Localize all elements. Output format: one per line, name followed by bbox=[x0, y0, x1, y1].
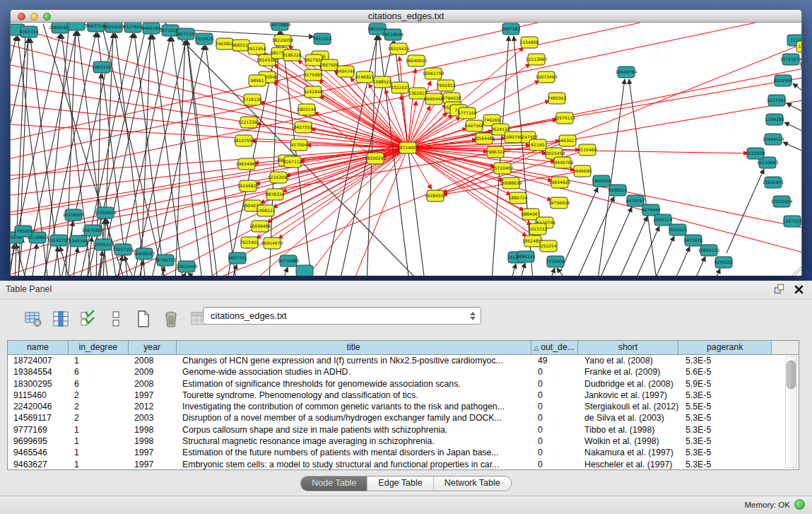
cell[interactable]: Embryonic stem cells: a model to study s… bbox=[177, 459, 532, 470]
select-columns-icon[interactable] bbox=[52, 310, 70, 328]
cell[interactable]: 0 bbox=[532, 366, 579, 378]
table-row[interactable]: 1872400712008Changes of HCN gene express… bbox=[8, 355, 799, 366]
column-header-title[interactable]: title bbox=[177, 341, 531, 354]
cell[interactable]: Investigating the contribution of common… bbox=[177, 401, 532, 412]
cell[interactable]: 0 bbox=[532, 390, 579, 401]
cell[interactable]: 1 bbox=[69, 436, 129, 447]
cell[interactable]: 2008 bbox=[129, 355, 177, 366]
cell[interactable]: Tibbo et al. (1998) bbox=[579, 424, 680, 436]
cell[interactable]: 2003 bbox=[129, 412, 177, 424]
cell[interactable]: Hescheler et al. (1997) bbox=[579, 459, 680, 470]
cell[interactable]: 5.6E-5 bbox=[680, 366, 773, 378]
cell[interactable]: 6 bbox=[69, 378, 129, 390]
cell[interactable]: Franke et al. (2009) bbox=[579, 366, 680, 378]
cell[interactable]: 1998 bbox=[129, 436, 177, 447]
table-row[interactable]: 946554611997Estimation of the future num… bbox=[8, 447, 799, 458]
cell[interactable]: 2008 bbox=[129, 378, 177, 390]
cell[interactable]: 0 bbox=[532, 378, 579, 390]
column-header-name[interactable]: name bbox=[8, 341, 69, 354]
cell[interactable]: 0 bbox=[532, 447, 579, 458]
scrollbar-thumb[interactable] bbox=[787, 361, 796, 389]
graph-node[interactable] bbox=[68, 23, 85, 30]
cell[interactable]: de Silva et al. (2003) bbox=[579, 412, 680, 424]
cell[interactable]: 1997 bbox=[129, 459, 177, 470]
table-row[interactable]: 977716911998Corpus callosum shape and si… bbox=[8, 424, 799, 436]
cell[interactable]: Corpus callosum shape and size in male p… bbox=[177, 424, 532, 436]
cell[interactable]: 2 bbox=[69, 412, 129, 424]
cell[interactable]: 9777169 bbox=[8, 424, 69, 436]
tab-network-table[interactable]: Network Table bbox=[434, 477, 511, 491]
float-window-icon[interactable] bbox=[774, 284, 784, 297]
table-row[interactable]: 1938455462009Genome-wide association stu… bbox=[8, 366, 799, 378]
cell[interactable]: 18724007 bbox=[8, 355, 69, 366]
cell[interactable]: 1 bbox=[69, 355, 129, 366]
cell[interactable]: 49 bbox=[532, 355, 579, 366]
table-row[interactable]: 969969511998Structural magnetic resonanc… bbox=[8, 436, 799, 447]
cell[interactable]: 5.3E-5 bbox=[680, 424, 773, 436]
cell[interactable]: 2009 bbox=[129, 366, 177, 378]
cell[interactable]: 9699695 bbox=[8, 436, 69, 447]
column-header-short[interactable]: short bbox=[578, 341, 679, 354]
cell[interactable]: 9115460 bbox=[8, 390, 69, 401]
table-row[interactable]: 1456911722003Disruption of a novel membe… bbox=[8, 412, 799, 424]
cell[interactable]: 2 bbox=[69, 390, 129, 401]
cell[interactable]: 5.9E-5 bbox=[680, 378, 773, 390]
table-settings-icon[interactable] bbox=[24, 310, 42, 328]
cell[interactable]: 0 bbox=[532, 459, 579, 470]
cell[interactable]: 1 bbox=[69, 424, 129, 436]
column-header-year[interactable]: year bbox=[129, 341, 177, 354]
cell[interactable]: 0 bbox=[532, 424, 579, 436]
network-graph[interactable]: 1872400718300295193845549355724206914062… bbox=[11, 23, 801, 276]
cell[interactable]: 2012 bbox=[129, 401, 177, 412]
cell[interactable]: 19384554 bbox=[8, 366, 69, 378]
cell[interactable]: Wolkin et al. (1998) bbox=[579, 436, 680, 447]
cell[interactable]: 9465546 bbox=[8, 447, 69, 458]
cell[interactable]: Jankovic et al. (1997) bbox=[579, 390, 680, 401]
cell[interactable]: 5.5E-5 bbox=[680, 401, 773, 412]
cell[interactable]: Disruption of a novel member of a sodium… bbox=[177, 412, 532, 424]
cell[interactable]: Estimation of the future numbers of pati… bbox=[177, 447, 532, 458]
column-header-in_degree[interactable]: in_degree bbox=[69, 341, 129, 354]
cell[interactable]: Nakamura et al. (1997) bbox=[579, 447, 680, 458]
cell[interactable]: 0 bbox=[532, 412, 579, 424]
cell[interactable]: 5.3E-5 bbox=[680, 412, 773, 424]
cell[interactable]: 0 bbox=[532, 436, 579, 447]
cell[interactable]: 2 bbox=[69, 401, 129, 412]
table-row[interactable]: 911546021997Tourette syndrome. Phenomeno… bbox=[8, 390, 799, 401]
cell[interactable]: 5.3E-5 bbox=[680, 459, 773, 470]
table-row[interactable]: 1830029562008Estimation of significance … bbox=[8, 378, 799, 390]
cell[interactable]: Estimation of significance thresholds fo… bbox=[177, 378, 532, 390]
column-header-out_de[interactable]: △out_de... bbox=[531, 341, 578, 354]
cell[interactable]: Changes of HCN gene expression and I(f) … bbox=[177, 355, 532, 366]
new-document-icon[interactable] bbox=[134, 310, 153, 328]
cell[interactable]: 22420046 bbox=[8, 401, 69, 412]
cell[interactable]: 9463627 bbox=[8, 459, 69, 470]
cell[interactable]: 5.3E-5 bbox=[680, 355, 773, 366]
tab-edge-table[interactable]: Edge Table bbox=[367, 477, 433, 491]
cell[interactable]: 5.3E-5 bbox=[680, 436, 773, 447]
memory-ok-icon[interactable] bbox=[794, 499, 805, 510]
table-row[interactable]: 946362711997Embryonic stem cells: a mode… bbox=[8, 459, 799, 470]
clear-selection-icon[interactable] bbox=[107, 310, 125, 328]
cell[interactable]: Dudbridge et al. (2008) bbox=[579, 378, 680, 390]
cell[interactable]: 5.3E-5 bbox=[680, 390, 773, 401]
cell[interactable]: Genome-wide association studies in ADHD. bbox=[177, 366, 532, 378]
cell[interactable]: 1 bbox=[69, 447, 129, 458]
cell[interactable]: 5.3E-5 bbox=[680, 447, 773, 458]
delete-icon[interactable] bbox=[162, 310, 180, 328]
network-window-titlebar[interactable]: citations_edges.txt bbox=[11, 10, 801, 23]
cell[interactable]: Yano et al. (2008) bbox=[579, 355, 680, 366]
cell[interactable]: 18300295 bbox=[8, 378, 69, 390]
cell[interactable]: Structural magnetic resonance image aver… bbox=[177, 436, 532, 447]
cell[interactable]: 0 bbox=[532, 401, 579, 412]
cell[interactable]: Tourette syndrome. Phenomenology and cla… bbox=[177, 390, 532, 401]
cell[interactable]: 1997 bbox=[129, 390, 177, 401]
column-header-pagerank[interactable]: pagerank bbox=[678, 341, 772, 354]
select-all-icon[interactable] bbox=[79, 310, 98, 328]
table-selector-dropdown[interactable]: citations_edges.txt bbox=[203, 307, 481, 325]
cell[interactable]: 1 bbox=[69, 459, 129, 470]
network-canvas[interactable]: 1872400718300295193845549355724206914062… bbox=[11, 23, 801, 276]
cell[interactable]: 14569117 bbox=[8, 412, 69, 424]
cell[interactable]: 1997 bbox=[129, 447, 177, 458]
cell[interactable]: 6 bbox=[69, 366, 129, 378]
